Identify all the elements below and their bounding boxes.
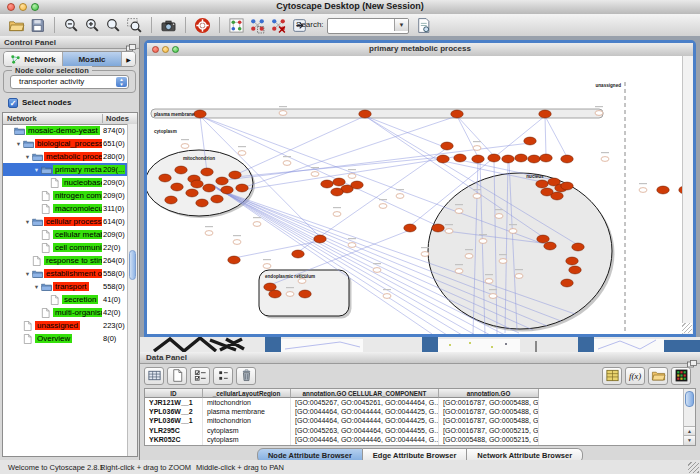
table-row[interactable]: YKR052Ccytoplasm[GO:0044464, GO:0044446,… [145,435,695,444]
expander-icon[interactable]: ▼ [23,271,32,277]
table-scrollbar-thumb[interactable] [685,391,694,407]
selected-node[interactable] [572,243,584,251]
selected-node[interactable] [196,199,208,207]
zoom-in-icon[interactable] [83,16,102,35]
selected-node[interactable] [537,235,549,243]
search-combobox[interactable]: ▼ [327,18,409,34]
zoom-out-icon[interactable] [62,16,81,35]
canvas-vertical-scrollbar[interactable] [682,56,693,334]
tree-row[interactable]: ▼biological_process651(0) [3,137,128,150]
node[interactable] [181,144,189,149]
tree-scrollbar[interactable] [127,124,137,456]
search-input[interactable] [330,19,392,31]
node[interactable] [333,212,341,217]
node[interactable] [489,294,497,299]
fx-icon[interactable]: f(x) [625,367,645,385]
selected-node[interactable] [171,183,183,191]
tree-row[interactable]: ▼metabolic process280(0) [3,150,128,163]
tree-scrollbar-thumb[interactable] [129,250,136,280]
selected-node[interactable] [175,166,187,174]
selected-node[interactable] [191,180,203,188]
selected-node[interactable] [515,154,527,162]
node[interactable] [348,243,356,248]
selected-node[interactable] [194,110,206,118]
table-column-header[interactable]: annotation.GO CELLULAR_COMPONENT [291,389,439,398]
table-column-header[interactable]: annotation.GO MOLECULAR_FUNCTION [439,389,539,398]
node[interactable] [601,157,609,162]
float-panel-icon[interactable] [687,354,697,362]
node[interactable] [383,294,391,299]
selected-node[interactable] [333,178,345,186]
selected-node[interactable] [437,155,449,163]
open-folder-icon[interactable] [7,16,26,35]
tab-mosaic[interactable]: Mosaic [63,52,122,66]
table-row[interactable]: YPL036W__1mitochondrion[GO:0044464, GO:0… [145,416,695,425]
selected-node[interactable] [321,180,333,188]
expander-icon[interactable]: ▼ [14,141,23,147]
selected-node[interactable] [203,184,215,192]
node[interactable] [495,214,503,219]
node[interactable] [348,174,356,179]
selected-node[interactable] [472,155,484,163]
node[interactable] [509,229,517,234]
float-panel-icon[interactable] [126,38,136,46]
trash-icon[interactable] [236,367,256,385]
selected-node[interactable] [221,186,233,194]
checklist-icon[interactable] [190,367,210,385]
selected-node[interactable] [561,182,573,190]
save-icon[interactable] [28,16,47,35]
node[interactable] [479,239,487,244]
selected-node[interactable] [404,224,416,232]
tree-row[interactable]: ▼primary metabol209(... [3,163,128,176]
expander-icon[interactable]: ▼ [23,219,32,225]
selected-node[interactable] [432,224,444,232]
network-new-from-selection-icon[interactable] [248,16,267,35]
selected-node[interactable] [454,154,466,162]
selected-node[interactable] [502,155,514,163]
save-table-icon[interactable] [602,367,622,385]
tree-row[interactable]: nucleobase-209(0) [3,176,128,189]
selected-node[interactable] [569,266,581,274]
node[interactable] [233,240,241,245]
selected-node[interactable] [216,177,228,185]
network-destroy-selection-icon[interactable] [269,16,288,35]
node[interactable] [373,268,381,273]
node[interactable] [379,204,387,209]
node[interactable] [283,161,291,166]
tab-overflow-arrow-icon[interactable]: ▶ [122,52,135,66]
table-row[interactable]: YLR295Ccytoplasm[GO:0045263, GO:0044464,… [145,426,695,435]
node[interactable] [455,209,463,214]
tree-row[interactable]: cell communicat22(0) [3,241,128,254]
selected-node[interactable] [524,137,536,145]
expander-icon[interactable]: ▼ [23,154,32,160]
selected-node[interactable] [551,192,563,200]
new-page-icon[interactable] [167,367,187,385]
node[interactable] [499,259,507,264]
scroll-down-arrow-icon[interactable]: ▼ [684,435,695,445]
selected-node[interactable] [359,110,371,118]
app-resize-grip[interactable] [688,462,699,473]
node[interactable] [421,252,429,257]
selected-node[interactable] [165,196,177,204]
tree-row[interactable]: ▼cellular process614(0) [3,215,128,228]
selected-node[interactable] [299,290,311,298]
lifebuoy-icon[interactable] [193,16,212,35]
node[interactable] [445,229,453,234]
node[interactable] [238,151,246,156]
node[interactable] [515,274,523,279]
selected-node[interactable] [544,242,556,250]
selected-node[interactable] [264,283,276,291]
combobox-stepper-icon[interactable]: ▲▼ [116,77,127,87]
tree-row[interactable]: macromolecule311(0) [3,202,128,215]
node[interactable] [279,111,287,116]
tree-row[interactable]: Overview8(0) [3,332,128,345]
node[interactable] [286,292,294,297]
table-column-header[interactable]: _cellularLayoutRegion [203,389,291,398]
expander-icon[interactable]: ▼ [32,284,41,290]
zoom-fit-icon[interactable] [104,16,123,35]
selected-node[interactable] [201,168,213,176]
tree-row[interactable]: mosaic-demo-yeast874(0) [3,124,128,137]
selected-node[interactable] [561,155,573,163]
grid-icon[interactable] [144,367,164,385]
tree-row[interactable]: response to stimulu264(0) [3,254,128,267]
